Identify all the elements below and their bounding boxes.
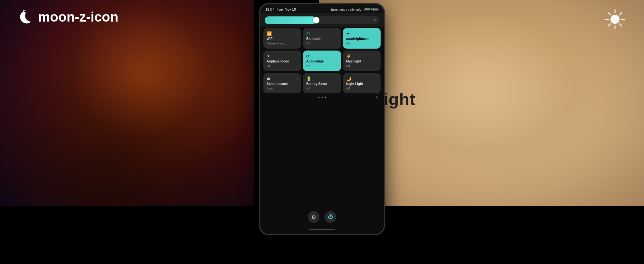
status-time: 19:07 [265, 7, 274, 11]
home-bar[interactable] [309, 229, 335, 230]
brightness-thumb[interactable] [313, 17, 319, 24]
night-mode-icon: moon-z-icon [18, 8, 118, 26]
edit-icon[interactable]: ✎ [375, 95, 379, 100]
bluetooth-tile[interactable]: ⬡ › Bluetooth Off [303, 28, 341, 49]
tablet-body: 19:07 Tue, Nov 19 Emergency calls only 9… [259, 3, 385, 235]
wifi-icon: 📶 [267, 31, 272, 36]
nightlight-tile[interactable]: 🌙 Night Light Off [343, 73, 381, 94]
svg-line-7 [620, 13, 622, 15]
brightness-icon: ☀ [373, 18, 377, 23]
batterysaver-subtitle: Off [306, 87, 337, 90]
autorotate-title: Auto-rotate [306, 60, 337, 63]
dot-3 [325, 97, 326, 98]
airplane-tile[interactable]: ✈ Airplane mode Off [263, 51, 301, 71]
sun-icon [604, 8, 626, 31]
autorotate-tile[interactable]: ⟳ Auto-rotate On [303, 51, 341, 71]
flashlight-tile[interactable]: ⚡ Flashlight Off [343, 51, 381, 71]
svg-line-6 [620, 24, 622, 26]
day-mode-icon [604, 8, 626, 32]
screenrecord-title: Screen record [267, 82, 298, 86]
quick-settings-grid: 📶 › WiFi Networks ava... ⬡ › Bluetooth O… [260, 27, 384, 95]
dots-row: ✎ [260, 95, 384, 100]
screenrecord-tile[interactable]: ⏺ › Screen record Start [263, 73, 301, 94]
battery-percent: 99% [372, 8, 379, 11]
flashlight-title: Flashlight [346, 60, 377, 63]
nightlight-icon: 🌙 [346, 76, 351, 81]
moon-icon [18, 8, 35, 26]
wifi-arrow: › [297, 32, 298, 35]
wifi-tile[interactable]: 📶 › WiFi Networks ava... [263, 28, 301, 49]
power-button[interactable]: ⏻ [325, 211, 336, 223]
airplane-icon: ✈ [267, 54, 270, 59]
batterysaver-title: Battery Saver [306, 82, 337, 86]
tablet-side-button[interactable] [384, 43, 385, 56]
flashlight-icon: ⚡ [346, 54, 351, 59]
autorotate-icon: ⟳ [306, 54, 310, 59]
brightness-area: ☀ [260, 13, 384, 27]
brightness-fill [265, 16, 316, 24]
settings-button[interactable]: ⚙ [308, 211, 319, 223]
brightness-slider[interactable]: ☀ [265, 16, 379, 24]
svg-line-5 [608, 13, 611, 15]
screenrecord-subtitle: Start [267, 87, 298, 90]
wifi-subtitle: Networks ava... [267, 42, 298, 45]
status-bar: 19:07 Tue, Nov 19 Emergency calls only 9… [260, 4, 384, 13]
airplane-title: Airplane mode [267, 60, 298, 63]
left-panel [0, 0, 254, 206]
tablet-bottom-icons: ⚙ ⏻ [308, 211, 336, 223]
screenrecord-icon: ⏺ [267, 76, 271, 81]
z-letter: moon-z-icon [38, 10, 118, 24]
autorotate-subtitle: On [306, 64, 337, 68]
batterysaver-icon: 🔋 [306, 76, 311, 81]
svg-point-0 [611, 15, 620, 24]
tablet-screen: 19:07 Tue, Nov 19 Emergency calls only 9… [260, 4, 384, 234]
status-date: Tue, Nov 19 [277, 7, 296, 11]
bluetooth-subtitle: Off [306, 42, 337, 45]
bluetooth-arrow: › [336, 32, 337, 35]
dot-1 [318, 97, 320, 98]
batterysaver-tile[interactable]: 🔋 Battery Saver Off [303, 73, 341, 94]
tablet-device: 19:07 Tue, Nov 19 Emergency calls only 9… [259, 3, 385, 235]
autobrightness-icon: ☀ [346, 31, 350, 36]
battery-icon [364, 8, 370, 11]
airplane-subtitle: Off [267, 64, 298, 68]
screenrecord-arrow: › [297, 77, 298, 80]
bluetooth-icon: ⬡ [306, 31, 310, 36]
nightlight-tile-title: Night Light [346, 82, 377, 86]
flashlight-subtitle: Off [346, 64, 377, 68]
wifi-title: WiFi [267, 37, 298, 41]
bluetooth-title: Bluetooth [306, 37, 337, 41]
autobrightness-title: autobrightness [346, 37, 377, 41]
autobrightness-tile[interactable]: ☀ autobrightness On [343, 28, 381, 49]
svg-line-8 [608, 24, 611, 26]
battery-fill [365, 8, 370, 10]
nightlight-tile-subtitle: Off [346, 87, 377, 90]
dot-2 [321, 97, 323, 98]
person-left-silhouette [0, 0, 254, 206]
autobrightness-subtitle: On [346, 42, 377, 45]
emergency-text: Emergency calls only [331, 8, 361, 11]
